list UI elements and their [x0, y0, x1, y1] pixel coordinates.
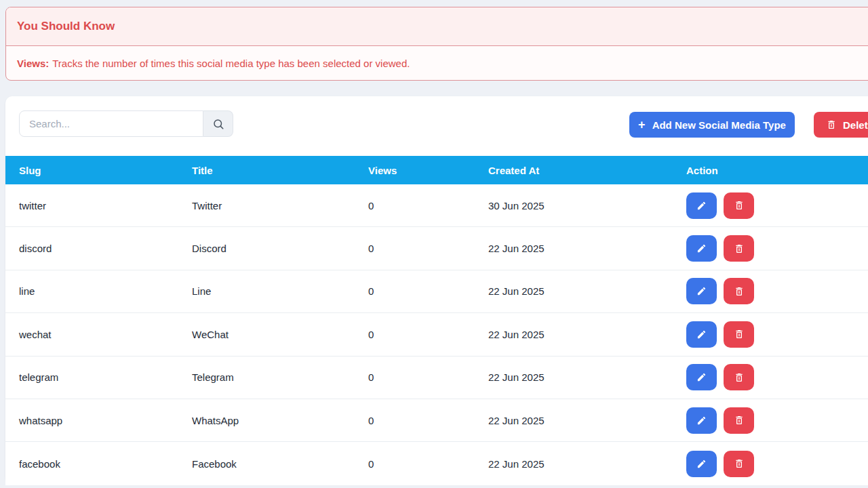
cell-views: 0 [368, 329, 488, 340]
edit-row-button[interactable] [686, 407, 717, 434]
table-row: twitter Twitter 0 30 Jun 2025 [5, 184, 868, 227]
cell-created: 22 Jun 2025 [488, 371, 686, 383]
pencil-icon [696, 372, 707, 382]
pencil-icon [696, 415, 707, 426]
cell-created: 22 Jun 2025 [488, 285, 686, 297]
trash-icon [734, 329, 745, 340]
table-row: whatsapp WhatsApp 0 22 Jun 2025 [5, 399, 868, 442]
edit-row-button[interactable] [686, 192, 717, 219]
table-body: twitter Twitter 0 30 Jun 2025 [5, 184, 868, 485]
cell-action [686, 192, 754, 219]
trash-icon [734, 415, 745, 426]
cell-views: 0 [368, 458, 488, 470]
add-new-social-media-type-button[interactable]: + Add New Social Media Type [629, 112, 795, 138]
search-button[interactable] [203, 110, 233, 137]
cell-action [686, 407, 754, 434]
delete-row-button[interactable] [724, 192, 754, 219]
magnifier-icon [212, 118, 224, 130]
cell-views: 0 [368, 285, 488, 297]
page: You Should Know Views: Tracks the number… [0, 0, 868, 488]
cell-slug: wechat [19, 329, 192, 340]
column-header-action: Action [686, 165, 718, 176]
cell-action [686, 278, 754, 304]
edit-row-button[interactable] [686, 321, 717, 348]
column-header-created: Created At [488, 165, 686, 176]
pencil-icon [696, 329, 707, 340]
cell-slug: whatsapp [19, 415, 192, 426]
cell-title: WeChat [192, 329, 368, 340]
cell-title: WhatsApp [192, 415, 368, 426]
cell-title: Discord [192, 243, 368, 254]
edit-row-button[interactable] [686, 364, 717, 390]
edit-row-button[interactable] [686, 451, 717, 477]
pencil-icon [696, 243, 707, 253]
social-media-types-card: + Add New Social Media Type Delete Slug … [5, 96, 868, 484]
cell-created: 22 Jun 2025 [488, 415, 686, 426]
table-header: Slug Title Views Created At Action [5, 156, 868, 184]
cell-slug: telegram [19, 371, 192, 383]
delete-button[interactable]: Delete [814, 112, 868, 138]
plus-icon: + [638, 119, 646, 131]
trash-icon [734, 243, 745, 254]
alert-body: Views: Tracks the number of times this s… [6, 46, 868, 80]
search-input[interactable] [19, 110, 203, 137]
info-alert: You Should Know Views: Tracks the number… [5, 7, 868, 81]
cell-created: 22 Jun 2025 [488, 243, 686, 254]
search-group [19, 110, 233, 137]
edit-row-button[interactable] [686, 278, 717, 304]
cell-views: 0 [368, 371, 488, 383]
cell-action [686, 321, 754, 348]
trash-icon [734, 458, 745, 469]
cell-created: 22 Jun 2025 [488, 458, 686, 470]
cell-title: Telegram [192, 371, 368, 383]
cell-created: 30 Jun 2025 [488, 200, 686, 211]
cell-title: Twitter [192, 200, 368, 211]
cell-views: 0 [368, 243, 488, 254]
table-row: discord Discord 0 22 Jun 2025 [5, 227, 868, 270]
table-row: telegram Telegram 0 22 Jun 2025 [5, 357, 868, 399]
table-row: facebook Facebook 0 22 Jun 2025 [5, 442, 868, 485]
column-header-views: Views [368, 165, 488, 176]
table-row: wechat WeChat 0 22 Jun 2025 [5, 313, 868, 356]
cell-views: 0 [368, 415, 488, 426]
alert-views-label: Views: [17, 58, 49, 69]
cell-views: 0 [368, 200, 488, 211]
delete-row-button[interactable] [724, 407, 754, 434]
cell-action [686, 364, 754, 390]
table-row: line Line 0 22 Jun 2025 [5, 270, 868, 313]
cell-slug: facebook [19, 458, 192, 470]
pencil-icon [696, 459, 707, 469]
cell-slug: twitter [19, 200, 192, 211]
trash-icon [734, 372, 745, 383]
trash-icon [826, 119, 837, 130]
cell-title: Line [192, 285, 368, 297]
pencil-icon [696, 201, 707, 211]
column-header-slug: Slug [19, 165, 192, 176]
delete-row-button[interactable] [724, 451, 754, 477]
alert-title: You Should Know [6, 7, 868, 46]
delete-row-button[interactable] [724, 278, 754, 304]
trash-icon [734, 286, 745, 297]
column-header-title: Title [192, 165, 368, 176]
cell-title: Facebook [192, 458, 368, 470]
cell-slug: discord [19, 243, 192, 254]
delete-row-button[interactable] [724, 235, 754, 262]
delete-row-button[interactable] [724, 364, 754, 390]
edit-row-button[interactable] [686, 235, 717, 262]
delete-row-button[interactable] [724, 321, 754, 348]
delete-button-label: Delete [843, 119, 868, 131]
cell-action [686, 451, 754, 477]
trash-icon [734, 200, 745, 211]
cell-created: 22 Jun 2025 [488, 329, 686, 340]
alert-views-text: Tracks the number of times this social m… [52, 58, 410, 69]
cell-slug: line [19, 285, 192, 297]
add-button-label: Add New Social Media Type [652, 119, 786, 131]
pencil-icon [696, 286, 707, 296]
cell-action [686, 235, 754, 262]
